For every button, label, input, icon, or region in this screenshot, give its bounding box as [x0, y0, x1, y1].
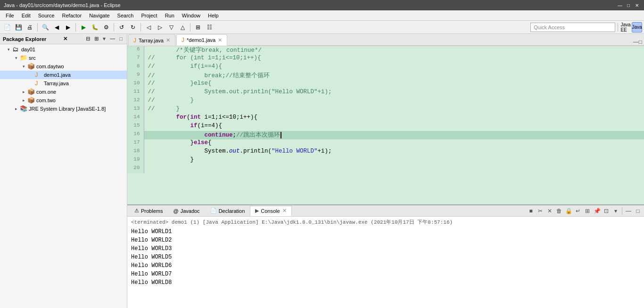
tree-item-com-daytwo[interactable]: ▾ 📦 com.daytwo — [0, 62, 127, 71]
code-line-14: 14 for(int i=1;i<=10;i++){ — [127, 114, 644, 122]
line-content-8: // if(i==4){ — [144, 63, 644, 72]
window-controls: — □ ✕ — [617, 2, 640, 8]
console-sep — [622, 207, 622, 215]
menu-source[interactable]: Source — [34, 12, 58, 19]
tab-close-demo1[interactable]: ✕ — [218, 37, 222, 43]
menu-project[interactable]: Project — [137, 12, 161, 19]
line-num-11: 11 — [127, 89, 144, 97]
line-num-15: 15 — [127, 122, 144, 131]
java-file-icon: J — [35, 71, 42, 79]
save-button[interactable]: 💾 — [13, 22, 24, 32]
sidebar-title: Package Explorer — [3, 36, 46, 42]
close-button[interactable]: ✕ — [634, 2, 640, 8]
sidebar-collapse-btn[interactable]: ⊟ — [84, 35, 91, 42]
tab-tarray-java[interactable]: J Tarray.java ✕ — [128, 34, 175, 46]
toolbar-misc-1[interactable]: ⊞ — [193, 22, 203, 32]
tab-javadoc[interactable]: @ Javadoc — [168, 206, 205, 216]
next-edit-button[interactable]: ▶ — [63, 22, 73, 32]
perspective-java[interactable]: Java — [632, 22, 642, 32]
run-last-button[interactable]: ⚙ — [101, 22, 111, 32]
menu-file[interactable]: File — [2, 12, 18, 19]
code-line-13: 13 // } — [127, 105, 644, 114]
tree-item-src[interactable]: ▾ 📁 src — [0, 54, 127, 62]
sidebar-max-btn[interactable]: □ — [118, 35, 124, 42]
tab-close-tarray[interactable]: ✕ — [166, 37, 170, 43]
search-button[interactable]: 🔍 — [40, 22, 50, 32]
menu-search[interactable]: Search — [114, 12, 138, 19]
menu-refactor[interactable]: Refactor — [58, 12, 86, 19]
tree-item-tarray-java[interactable]: J Tarray.java — [0, 79, 127, 88]
new-console-button[interactable]: ⊞ — [583, 207, 592, 215]
console-max-btn[interactable]: □ — [634, 207, 642, 215]
disconnect-button[interactable]: ✂ — [536, 207, 545, 215]
quick-access-box[interactable]: Quick Access — [530, 23, 615, 32]
tree-item-com-two[interactable]: ▸ 📦 com.two — [0, 96, 127, 105]
tab-label-tarray: Tarray.java — [139, 38, 164, 43]
tab-declaration[interactable]: 📄 Declaration — [205, 206, 250, 216]
scroll-lock-button[interactable]: 🔒 — [564, 207, 573, 215]
tree-label-day01: day01 — [21, 47, 35, 52]
tree-item-day01[interactable]: ▾ 🗂 day01 — [0, 45, 127, 54]
toolbar-nav-1[interactable]: ◁ — [143, 22, 154, 32]
toolbar-extra-1[interactable]: ↺ — [116, 22, 127, 32]
toolbar-misc-2[interactable]: ☷ — [204, 22, 215, 32]
prev-edit-button[interactable]: ◀ — [51, 22, 62, 32]
toolbar-nav-3[interactable]: ▽ — [166, 22, 176, 32]
tab-demo1-java[interactable]: J *demo1.java ✕ — [176, 34, 227, 46]
print-button[interactable]: 🖨 — [25, 22, 35, 32]
menu-run[interactable]: Run — [161, 12, 178, 19]
console-menu-btn[interactable]: ▾ — [611, 207, 620, 215]
console-actions: ■ ✂ ✕ 🗑 🔒 ↵ ⊞ 📌 ⊡ ▾ — □ — [527, 207, 642, 215]
tab-icon-tarray: J — [133, 37, 136, 44]
code-editor[interactable]: 6 /*关键字break, continue*/ 7 // for (int i… — [127, 46, 644, 204]
code-line-6: 6 /*关键字break, continue*/ — [127, 46, 644, 55]
line-content-9: // break;//结束整个循环 — [144, 72, 644, 80]
debug-button[interactable]: 🐛 — [90, 22, 100, 32]
toolbar-extra-2[interactable]: ↻ — [128, 22, 138, 32]
word-wrap-button[interactable]: ↵ — [574, 207, 582, 215]
console-label: Console — [261, 208, 280, 214]
code-line-7: 7 // for (int i=1;i<=10;i++){ — [127, 55, 644, 63]
toolbar: 📄 💾 🖨 🔍 ◀ ▶ ▶ 🐛 ⚙ ↺ ↻ ◁ ▷ ▽ △ ⊞ ☷ Quick … — [0, 21, 644, 34]
tab-problems[interactable]: ⚠ Problems — [129, 206, 168, 216]
maximize-button[interactable]: □ — [625, 2, 632, 8]
tree-item-demo1-java[interactable]: J demo1.java — [0, 71, 127, 79]
menu-help[interactable]: Help — [204, 12, 223, 19]
code-line-17: 17 }else{ — [127, 139, 644, 148]
run-button[interactable]: ▶ — [78, 22, 89, 32]
tree-item-jre[interactable]: ▸ 📚 JRE System Library [JavaSE-1.8] — [0, 105, 127, 113]
tab-console[interactable]: ▶ Console ✕ — [250, 206, 291, 216]
tab-close-console[interactable]: ✕ — [282, 208, 287, 214]
perspective-java-ee[interactable]: Java EE — [620, 22, 631, 32]
stop-button[interactable]: ■ — [527, 207, 535, 215]
toolbar-nav-2[interactable]: ▷ — [155, 22, 165, 32]
remove-launch-button[interactable]: ✕ — [545, 207, 554, 215]
tab-bar-end — [227, 45, 631, 46]
toolbar-sep-2 — [75, 23, 76, 32]
package-icon: 📦 — [27, 63, 35, 70]
declaration-icon: 📄 — [210, 208, 217, 214]
menu-window[interactable]: Window — [178, 12, 204, 19]
line-num-12: 12 — [127, 97, 144, 105]
sidebar-menu-btn[interactable]: ▾ — [101, 35, 107, 42]
console-line-1: Hello WORLD1 — [131, 227, 640, 236]
sidebar-close-icon[interactable]: ✕ — [63, 36, 67, 42]
new-button[interactable]: 📄 — [2, 22, 12, 32]
toolbar-nav-4[interactable]: △ — [177, 22, 188, 32]
sidebar-min-btn[interactable]: — — [108, 35, 116, 42]
tree-item-com-one[interactable]: ▸ 📦 com.one — [0, 88, 127, 96]
problems-icon: ⚠ — [134, 208, 139, 214]
menu-edit[interactable]: Edit — [18, 12, 34, 19]
tab-icon-demo1: J — [182, 37, 184, 43]
tab-ctrl-min[interactable]: — — [633, 39, 639, 45]
clear-console-button[interactable]: 🗑 — [555, 207, 563, 215]
open-console-button[interactable]: ⊡ — [602, 207, 611, 215]
minimize-button[interactable]: — — [617, 2, 623, 8]
sidebar-expand-btn[interactable]: ⊞ — [93, 35, 100, 42]
sidebar-header-buttons: ⊟ ⊞ ▾ — □ — [84, 35, 124, 42]
line-content-15: if(i==4){ — [144, 122, 644, 131]
pin-button[interactable]: 📌 — [593, 207, 601, 215]
console-min-btn[interactable]: — — [624, 207, 633, 215]
tab-ctrl-max[interactable]: □ — [639, 39, 642, 45]
menu-navigate[interactable]: Navigate — [85, 12, 113, 19]
